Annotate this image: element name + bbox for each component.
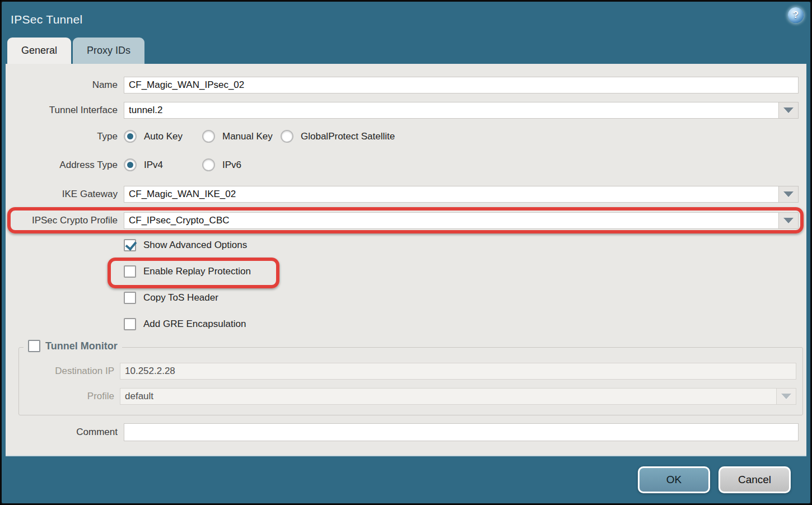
address-type-radio-group: IPv4 IPv6 [124, 158, 281, 171]
add-gre-encapsulation-checkbox[interactable] [124, 318, 136, 330]
name-row: Name [6, 77, 806, 93]
name-label: Name [6, 80, 124, 91]
ike-gateway-combo [124, 186, 799, 203]
dialog-titlebar: IPSec Tunnel ? [2, 2, 810, 38]
profile-dropdown-button [776, 389, 796, 404]
ike-gateway-dropdown-button[interactable] [778, 186, 798, 202]
help-icon[interactable]: ? [788, 7, 804, 23]
copy-tos-header-checkbox[interactable] [124, 292, 136, 304]
comment-input[interactable] [124, 423, 799, 441]
type-label: Type [6, 131, 124, 142]
chevron-down-icon [783, 191, 794, 197]
type-radio-group: Auto Key Manual Key GlobalProtect Satell… [124, 130, 395, 143]
tunnel-monitor-fieldset: Tunnel Monitor Destination IP Profile [18, 347, 803, 415]
ike-gateway-row: IKE Gateway [6, 186, 806, 203]
radio-icon[interactable] [124, 158, 137, 171]
show-advanced-options-checkbox[interactable] [124, 239, 136, 251]
profile-label: Profile [19, 391, 120, 402]
ipsec-crypto-profile-dropdown-button[interactable] [778, 213, 798, 228]
chevron-down-icon [781, 394, 791, 399]
enable-replay-protection-checkbox[interactable] [124, 265, 136, 278]
tab-bar: General Proxy IDs [2, 38, 810, 64]
address-type-option-ipv6[interactable]: IPv6 [202, 158, 281, 171]
checkbox-label: Add GRE Encapsulation [143, 319, 246, 330]
profile-input [120, 389, 776, 404]
profile-combo [120, 388, 796, 405]
ike-gateway-label: IKE Gateway [6, 189, 124, 200]
radio-icon[interactable] [281, 130, 293, 143]
address-type-option-ipv4[interactable]: IPv4 [124, 158, 202, 171]
tunnel-interface-label: Tunnel Interface [6, 105, 124, 116]
profile-row: Profile [19, 388, 802, 405]
ipsec-crypto-profile-input[interactable] [124, 213, 778, 228]
chevron-down-icon [783, 107, 794, 113]
destination-ip-label: Destination IP [19, 366, 120, 377]
cancel-button[interactable]: Cancel [718, 466, 791, 493]
name-input[interactable] [124, 77, 799, 93]
dialog-footer: OK Cancel [2, 456, 810, 503]
type-option-manual-key[interactable]: Manual Key [202, 130, 281, 143]
address-type-row: Address Type IPv4 IPv6 [6, 158, 806, 171]
type-row: Type Auto Key Manual Key GlobalProtect S… [6, 130, 806, 143]
ipsec-tunnel-dialog: IPSec Tunnel ? General Proxy IDs Name Tu… [0, 0, 812, 505]
ipsec-crypto-profile-combo [124, 212, 799, 229]
destination-ip-row: Destination IP [19, 363, 802, 380]
checkbox-label: Enable Replay Protection [143, 266, 251, 277]
tunnel-monitor-label: Tunnel Monitor [45, 340, 118, 352]
type-option-label: Auto Key [144, 131, 183, 142]
address-type-option-label: IPv4 [144, 160, 163, 171]
radio-icon[interactable] [202, 130, 215, 143]
address-type-label: Address Type [6, 160, 124, 171]
type-option-auto-key[interactable]: Auto Key [124, 130, 202, 143]
ok-button[interactable]: OK [638, 466, 710, 493]
comment-label: Comment [6, 427, 124, 438]
tunnel-interface-dropdown-button[interactable] [778, 102, 798, 118]
type-option-label: Manual Key [222, 131, 273, 142]
chevron-down-icon [783, 218, 794, 223]
radio-icon[interactable] [202, 158, 215, 171]
tunnel-interface-row: Tunnel Interface [6, 102, 806, 119]
ike-gateway-input[interactable] [124, 186, 778, 202]
tab-general[interactable]: General [7, 38, 71, 64]
comment-row: Comment [6, 423, 806, 441]
address-type-option-label: IPv6 [222, 160, 241, 171]
ipsec-crypto-profile-label: IPSec Crypto Profile [6, 215, 124, 226]
tunnel-monitor-checkbox[interactable] [28, 340, 40, 352]
radio-icon[interactable] [124, 130, 137, 143]
type-option-label: GlobalProtect Satellite [301, 131, 395, 142]
show-advanced-options-row[interactable]: Show Advanced Options [124, 239, 247, 251]
tunnel-monitor-legend: Tunnel Monitor [24, 340, 122, 352]
checkbox-label: Show Advanced Options [143, 240, 247, 251]
add-gre-encapsulation-row[interactable]: Add GRE Encapsulation [124, 318, 246, 330]
tab-proxy-ids[interactable]: Proxy IDs [73, 38, 144, 64]
dialog-title: IPSec Tunnel [11, 13, 83, 26]
general-tab-panel: Name Tunnel Interface Type Auto Key [6, 64, 806, 456]
type-option-globalprotect-satellite[interactable]: GlobalProtect Satellite [281, 130, 395, 143]
enable-replay-protection-row[interactable]: Enable Replay Protection [124, 265, 251, 278]
tunnel-interface-combo [124, 102, 799, 119]
ipsec-crypto-profile-row: IPSec Crypto Profile [6, 212, 806, 229]
tunnel-interface-input[interactable] [124, 102, 778, 118]
checkbox-label: Copy ToS Header [143, 292, 218, 303]
copy-tos-header-row[interactable]: Copy ToS Header [124, 292, 218, 304]
destination-ip-input [120, 363, 796, 380]
